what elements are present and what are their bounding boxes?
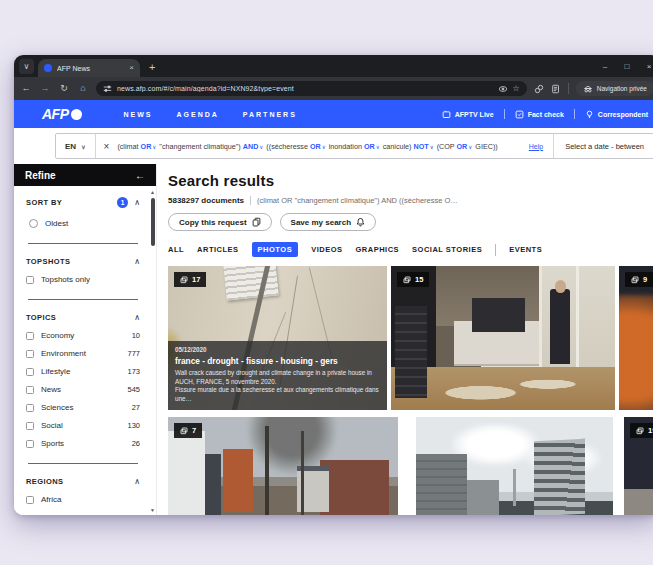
tab-close-icon[interactable]: × (129, 64, 134, 72)
refine-sidebar: Refine ← SORT BY 1 ∧ Oldest TOPSHOTS ∧ (14, 164, 157, 515)
chevron-up-icon[interactable]: ∧ (134, 313, 140, 322)
section-topshots[interactable]: TOPSHOTS ∧ (26, 257, 140, 266)
incognito-icon (583, 84, 593, 93)
home-icon[interactable]: ⌂ (77, 84, 89, 93)
search-query-input[interactable]: (climat OR∨ "changement climatique") AND… (117, 142, 518, 151)
photo-decoration (513, 469, 516, 506)
photo-decoration (223, 266, 278, 301)
bell-icon (356, 217, 365, 227)
maximize-button[interactable]: □ (616, 55, 638, 77)
chevron-up-icon[interactable]: ∧ (134, 477, 140, 486)
filter-topshots-only[interactable]: Topshots only (26, 275, 140, 284)
filter-topic-economy[interactable]: Economy 10 (26, 331, 140, 340)
section-sort-by[interactable]: SORT BY 1 ∧ (26, 197, 140, 208)
checkbox-icon[interactable] (26, 276, 34, 284)
query-operator[interactable]: OR (457, 142, 468, 151)
checkbox-icon[interactable] (26, 422, 34, 430)
scrollbar-thumb[interactable] (151, 198, 155, 246)
scroll-down-icon[interactable]: ▼ (150, 508, 155, 513)
forward-icon[interactable]: → (39, 84, 51, 93)
photo-card-flooded-street[interactable]: 7 (168, 417, 398, 515)
photo-decoration (555, 280, 566, 293)
tab-events[interactable]: EVENTS (509, 245, 542, 254)
sidebar-scrollbar[interactable]: ▲ ▼ (150, 190, 155, 513)
photo-decoration (265, 426, 269, 515)
close-window-button[interactable]: × (638, 55, 653, 77)
chevron-down-icon: ∨ (468, 144, 472, 150)
photo-card-flooded-workshop[interactable]: 15 (391, 266, 615, 410)
afptv-live-link[interactable]: AFPTV Live (432, 110, 504, 119)
browser-tab[interactable]: AFP News × (38, 59, 140, 77)
filter-topic-sports[interactable]: Sports 26 (26, 439, 140, 448)
clear-search-icon[interactable]: × (96, 141, 118, 152)
nav-item-news[interactable]: NEWS (124, 111, 153, 118)
tab-videos[interactable]: VIDEOS (311, 245, 342, 254)
query-operator[interactable]: OR (310, 142, 321, 151)
photo-card-wall-crack[interactable]: 17 05/12/2020 france - drought - fissure… (168, 266, 387, 410)
tab-graphics[interactable]: GRAPHICS (355, 245, 399, 254)
incognito-badge: Navigation privée (576, 81, 653, 96)
address-bar[interactable]: news.afp.com/#/c/main/agenda?id=NXN92&ty… (96, 81, 527, 96)
filter-topic-lifestyle[interactable]: Lifestyle 173 (26, 367, 140, 376)
query-text: GIEC)) (473, 142, 497, 151)
checkbox-icon[interactable] (26, 496, 34, 504)
chevron-up-icon[interactable]: ∧ (134, 198, 140, 207)
back-icon[interactable]: ← (20, 84, 32, 93)
reload-icon[interactable]: ↻ (58, 84, 70, 93)
chevron-up-icon[interactable]: ∧ (134, 257, 140, 266)
checkbox-icon[interactable] (26, 332, 34, 340)
tab-social-stories[interactable]: SOCIAL STORIES (412, 245, 482, 254)
password-eye-icon[interactable] (498, 85, 508, 93)
results-count: 5838297 documents (168, 196, 244, 205)
filter-topic-news[interactable]: News 545 (26, 385, 140, 394)
checkbox-icon[interactable] (26, 368, 34, 376)
help-link[interactable]: Help (519, 143, 553, 150)
photo-count-badge: 7 (174, 423, 202, 438)
translate-extension-icon[interactable] (551, 84, 561, 94)
minimize-button[interactable]: – (594, 55, 616, 77)
language-selector[interactable]: EN ∨ (56, 134, 96, 158)
photo-card-legs-rocks[interactable]: 19 (624, 417, 653, 515)
nav-item-partners[interactable]: PARTNERS (243, 111, 297, 118)
section-regions[interactable]: REGIONS ∧ (26, 477, 140, 486)
save-search-button[interactable]: Save my search (280, 213, 377, 231)
checkbox-icon[interactable] (26, 404, 34, 412)
filter-topic-social[interactable]: Social 130 (26, 421, 140, 430)
photo-card-person-orange[interactable]: 9 (619, 266, 653, 410)
filter-topic-sciences[interactable]: Sciences 27 (26, 403, 140, 412)
radio-icon[interactable] (29, 219, 38, 228)
tab-articles[interactable]: ARTICLES (197, 245, 239, 254)
section-topics[interactable]: TOPICS ∧ (26, 313, 140, 322)
tab-search-icon: ∨ (24, 62, 30, 71)
query-operator[interactable]: OR (141, 142, 152, 151)
filter-region-africa[interactable]: Africa (26, 495, 140, 504)
date-filter[interactable]: Select a date - between (553, 134, 653, 158)
checkbox-icon[interactable] (26, 440, 34, 448)
checkbox-icon[interactable] (26, 350, 34, 358)
nav-item-agenda[interactable]: AGENDA (177, 111, 219, 118)
query-operator[interactable]: NOT (413, 142, 428, 151)
bookmark-star-icon[interactable]: ☆ (513, 84, 520, 93)
tab-photos[interactable]: PHOTOS (252, 242, 299, 257)
query-operator[interactable]: AND (243, 142, 259, 151)
link-extension-icon[interactable] (534, 84, 544, 94)
fact-check-link[interactable]: Fact check (505, 110, 574, 119)
photo-decoration (168, 431, 205, 515)
correspondent-link[interactable]: Correspondent (575, 110, 653, 119)
afp-logo[interactable]: AFP (42, 106, 82, 122)
site-settings-icon[interactable] (103, 84, 112, 93)
tab-search-button[interactable]: ∨ (19, 59, 34, 74)
sort-option-oldest[interactable]: Oldest (29, 219, 140, 228)
query-operator[interactable]: OR (364, 142, 375, 151)
copy-request-button[interactable]: Copy this request (168, 213, 272, 231)
scroll-up-icon[interactable]: ▲ (150, 190, 155, 195)
new-tab-button[interactable]: + (149, 62, 155, 73)
photo-stack-icon (636, 427, 644, 435)
tab-all[interactable]: ALL (168, 245, 184, 254)
photo-card-canal-buildings[interactable] (416, 417, 613, 515)
collapse-sidebar-icon[interactable]: ← (135, 170, 145, 181)
tabs-separator (495, 244, 496, 256)
photo-count-badge: 15 (397, 272, 429, 287)
checkbox-icon[interactable] (26, 386, 34, 394)
filter-topic-environment[interactable]: Environment 777 (26, 349, 140, 358)
